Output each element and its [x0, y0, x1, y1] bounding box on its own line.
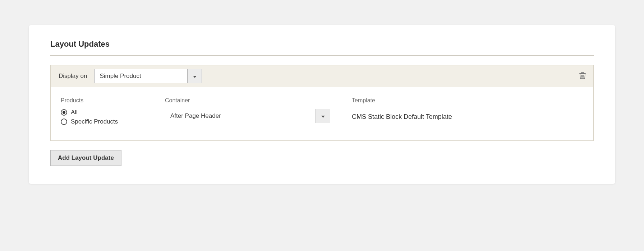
display-on-dropdown-button[interactable]	[187, 69, 202, 83]
layout-updates-panel: Layout Updates Display on Simple Product	[29, 25, 615, 184]
layout-update-header: Display on Simple Product	[51, 65, 593, 87]
container-column: Container After Page Header	[165, 97, 330, 127]
template-column: Template CMS Static Block Default Templa…	[352, 97, 583, 127]
display-on-value: Simple Product	[95, 69, 187, 83]
template-value: CMS Static Block Default Template	[352, 109, 583, 124]
template-label: Template	[352, 97, 583, 104]
chevron-down-icon	[321, 113, 325, 119]
products-radio-specific[interactable]: Specific Products	[61, 118, 143, 125]
products-label: Products	[61, 97, 143, 104]
radio-icon	[61, 109, 67, 116]
container-dropdown-button[interactable]	[316, 109, 330, 123]
display-on-select[interactable]: Simple Product	[94, 69, 202, 83]
radio-label-all: All	[71, 109, 78, 116]
container-select[interactable]: After Page Header	[165, 109, 330, 123]
add-layout-update-button[interactable]: Add Layout Update	[50, 150, 121, 166]
container-value: After Page Header	[165, 109, 316, 123]
delete-layout-update-button[interactable]	[578, 71, 588, 81]
trash-icon	[579, 72, 586, 80]
display-on-label: Display on	[59, 73, 87, 80]
layout-update-item: Display on Simple Product	[50, 65, 594, 141]
radio-label-specific: Specific Products	[71, 118, 118, 125]
section-title: Layout Updates	[50, 39, 594, 56]
radio-icon	[61, 118, 67, 125]
products-column: Products All Specific Products	[61, 97, 143, 127]
layout-update-body: Products All Specific Products Container…	[51, 87, 593, 140]
chevron-down-icon	[193, 73, 197, 79]
products-radio-all[interactable]: All	[61, 109, 143, 116]
container-label: Container	[165, 97, 330, 104]
